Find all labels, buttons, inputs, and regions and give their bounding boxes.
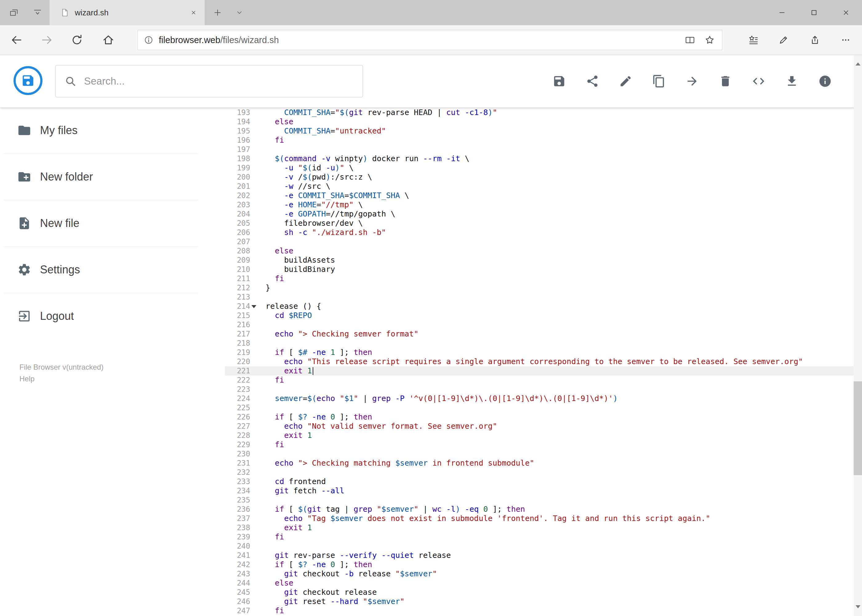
code-line[interactable]: 207 xyxy=(225,237,854,246)
code-line[interactable]: 195 COMMIT_SHA="untracked" xyxy=(225,126,854,136)
tab-dropdown-button[interactable] xyxy=(230,3,249,22)
code-line[interactable]: 223 xyxy=(225,385,854,394)
more-options-button[interactable] xyxy=(836,30,856,50)
new-tab-button[interactable] xyxy=(208,3,227,22)
code-line[interactable]: 241 git rev-parse --verify --quiet relea… xyxy=(225,551,854,560)
code-line[interactable]: 229 fi xyxy=(225,440,854,449)
code-line[interactable]: 198 $(command -v winpty) docker run --rm… xyxy=(225,154,854,163)
code-line[interactable]: 221 exit 1 xyxy=(225,366,854,376)
code-line[interactable]: 237 echo "Tag $semver does not exist in … xyxy=(225,514,854,523)
code-line[interactable]: 245 git checkout release xyxy=(225,588,854,597)
code-line[interactable]: 213 xyxy=(225,292,854,302)
code-line[interactable]: 209 buildAssets xyxy=(225,256,854,265)
code-line[interactable]: 242 if [ $? -ne 0 ]; then xyxy=(225,560,854,569)
sidebar-item-logout[interactable]: Logout xyxy=(0,293,199,339)
maximize-button[interactable] xyxy=(798,0,830,25)
share-button[interactable] xyxy=(581,71,603,92)
code-line[interactable]: 234 git fetch --all xyxy=(225,486,854,495)
fold-marker-icon[interactable] xyxy=(251,305,256,308)
code-line[interactable]: 228 exit 1 xyxy=(225,431,854,440)
web-note-button[interactable] xyxy=(774,30,793,50)
code-editor[interactable]: 193 COMMIT_SHA="$(git rev-parse HEAD | c… xyxy=(225,108,854,616)
code-line[interactable]: 210 buildBinary xyxy=(225,265,854,274)
save-button[interactable] xyxy=(548,71,570,92)
back-button[interactable] xyxy=(7,30,27,50)
page-info-icon[interactable] xyxy=(143,35,154,45)
code-line[interactable]: 217 echo "> Checking semver format" xyxy=(225,329,854,339)
copy-button[interactable] xyxy=(648,71,670,92)
tab-close-icon[interactable] xyxy=(188,6,200,19)
code-line[interactable]: 211 fi xyxy=(225,274,854,283)
code-line[interactable]: 206 sh -c "./wizard.sh -b" xyxy=(225,228,854,237)
code-line[interactable]: 222 fi xyxy=(225,376,854,385)
code-line[interactable]: 202 -e COMMIT_SHA=$COMMIT_SHA \ xyxy=(225,191,854,200)
info-button[interactable] xyxy=(814,71,836,92)
sidebar-item-my-files[interactable]: My files xyxy=(0,107,199,154)
code-line[interactable]: 219 if [ $# -ne 1 ]; then xyxy=(225,348,854,357)
delete-button[interactable] xyxy=(715,71,736,92)
minimize-button[interactable] xyxy=(766,0,798,25)
home-button[interactable] xyxy=(98,30,118,50)
vertical-scrollbar[interactable] xyxy=(854,55,862,616)
move-button[interactable] xyxy=(681,71,703,92)
code-line[interactable]: 231 echo "> Checking matching $semver in… xyxy=(225,459,854,468)
scrollbar-thumb[interactable] xyxy=(854,381,862,475)
search-input[interactable] xyxy=(84,75,362,87)
code-line[interactable]: 232 xyxy=(225,468,854,477)
code-line[interactable]: 218 xyxy=(225,339,854,348)
code-line[interactable]: 199 -u "$(id -u)" \ xyxy=(225,163,854,173)
sidebar-item-new-file[interactable]: New file xyxy=(0,200,199,246)
code-line[interactable]: 243 git checkout -b release "$semver" xyxy=(225,569,854,578)
code-line[interactable]: 197 xyxy=(225,145,854,154)
code-line[interactable]: 194 else xyxy=(225,117,854,126)
code-line[interactable]: 244 else xyxy=(225,578,854,588)
sidebar-item-settings[interactable]: Settings xyxy=(0,247,199,293)
code-line[interactable]: 196 fi xyxy=(225,136,854,145)
code-line[interactable]: 238 exit 1 xyxy=(225,523,854,532)
code-line[interactable]: 235 xyxy=(225,495,854,504)
search-box[interactable] xyxy=(55,65,363,97)
tab-wizard-sh[interactable]: wizard.sh xyxy=(50,0,205,25)
code-line[interactable]: 208 else xyxy=(225,246,854,256)
scroll-up-arrow-icon[interactable] xyxy=(854,55,862,65)
code-line[interactable]: 205 filebrowser/dev \ xyxy=(225,218,854,228)
code-line[interactable]: 236 if [ $(git tag | grep "$semver" | wc… xyxy=(225,504,854,514)
hub-button[interactable] xyxy=(744,30,763,50)
url-text[interactable]: filebrowser.web/files/wizard.sh xyxy=(159,35,279,45)
tab-preview-button[interactable] xyxy=(28,3,47,22)
scroll-down-arrow-icon[interactable] xyxy=(854,606,862,616)
code-line[interactable]: 215 cd $REPO xyxy=(225,311,854,320)
code-line[interactable]: 233 cd frontend xyxy=(225,477,854,486)
reading-view-icon[interactable] xyxy=(684,35,695,46)
code-line[interactable]: 224 semver=$(echo "$1" | grep -P '^v(0|[… xyxy=(225,394,854,403)
help-link[interactable]: Help xyxy=(19,374,103,383)
share-page-button[interactable] xyxy=(805,30,825,50)
code-line[interactable]: 193 COMMIT_SHA="$(git rev-parse HEAD | c… xyxy=(225,108,854,117)
code-line[interactable]: 220 echo "This release script requires a… xyxy=(225,357,854,366)
code-line[interactable]: 212} xyxy=(225,283,854,292)
code-line[interactable]: 226 if [ $? -ne 0 ]; then xyxy=(225,412,854,422)
code-line[interactable]: 214release () { xyxy=(225,302,854,311)
code-line[interactable]: 225 xyxy=(225,403,854,412)
code-line[interactable]: 230 xyxy=(225,449,854,459)
code-line[interactable]: 201 -w //src \ xyxy=(225,182,854,191)
refresh-button[interactable] xyxy=(67,30,87,50)
code-line[interactable]: 239 fi xyxy=(225,532,854,542)
sidebar-item-new-folder[interactable]: New folder xyxy=(0,154,199,200)
code-button[interactable] xyxy=(748,71,769,92)
code-line[interactable]: 240 xyxy=(225,542,854,551)
code-line[interactable]: 247 fi xyxy=(225,606,854,615)
add-favorite-star-icon[interactable] xyxy=(704,35,715,46)
set-tabs-aside-button[interactable] xyxy=(5,3,23,22)
code-line[interactable]: 246 git reset --hard "$semver" xyxy=(225,597,854,606)
code-line[interactable]: 227 echo "Not valid semver format. See s… xyxy=(225,422,854,431)
rename-button[interactable] xyxy=(615,71,637,92)
download-button[interactable] xyxy=(781,71,803,92)
close-window-button[interactable] xyxy=(830,0,862,25)
address-bar[interactable]: filebrowser.web/files/wizard.sh xyxy=(137,30,722,50)
code-line[interactable]: 203 -e HOME="//tmp" \ xyxy=(225,200,854,209)
code-line[interactable]: 216 xyxy=(225,320,854,329)
forward-button[interactable] xyxy=(37,30,57,50)
code-line[interactable]: 204 -e GOPATH=//tmp/gopath \ xyxy=(225,209,854,218)
code-line[interactable]: 200 -v /$(pwd):/src:z \ xyxy=(225,173,854,182)
